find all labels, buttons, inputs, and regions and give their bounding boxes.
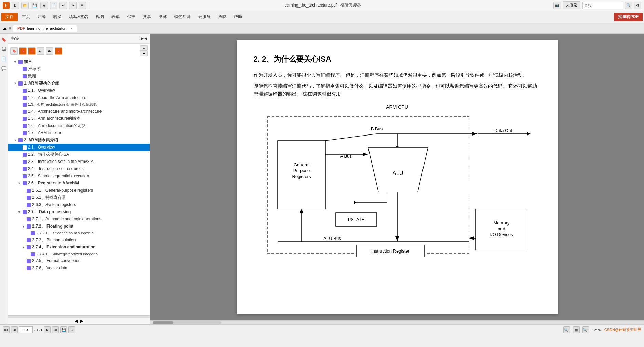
new-button[interactable]: 🗋	[12, 2, 19, 9]
thumbnails-button[interactable]: ▦	[573, 326, 580, 333]
zoom-in-button[interactable]: 🔍+	[582, 326, 589, 333]
menu-present[interactable]: 放映	[215, 13, 230, 21]
tree-item-recommend[interactable]: 推荐序	[8, 65, 150, 73]
menu-browse[interactable]: 浏览	[155, 13, 170, 21]
save-page-button[interactable]: 💾	[60, 326, 67, 333]
tree-item-2-2[interactable]: 2.2、为什么要关心ISA	[8, 151, 150, 158]
print-button[interactable]: 🖨	[40, 2, 48, 9]
menu-features[interactable]: 特色功能	[171, 13, 194, 21]
tree-item-thanks[interactable]: 致谢	[8, 73, 150, 80]
undo-button[interactable]: ↩	[59, 2, 67, 9]
menu-help[interactable]: 帮助	[230, 13, 245, 21]
bookmark-color-button[interactable]: 🔖	[19, 47, 27, 55]
horizontal-scrollbar[interactable]	[150, 320, 644, 324]
tree-item-2-6[interactable]: ▼ 2.6、Registers in AArch64	[8, 180, 150, 187]
pen-button[interactable]: ✏	[79, 2, 86, 9]
prev-page-button[interactable]: ◀	[11, 326, 18, 333]
menu-fill-sign[interactable]: 填写&签名	[66, 13, 92, 21]
menu-protect[interactable]: 保护	[124, 13, 139, 21]
bookmark-icon	[27, 196, 31, 200]
save-button[interactable]: 💾	[31, 2, 38, 9]
tree-item-1-3[interactable]: 1.3、架构(architecture)到底是什么意思呢	[8, 101, 150, 108]
bookmark-sidebar-icon[interactable]: 🔖	[1, 36, 8, 43]
login-button[interactable]: 未登录	[563, 1, 580, 9]
tree-item-2-6-3[interactable]: 2.6.3、System registers	[8, 201, 150, 208]
print-page-button[interactable]: 🖨	[68, 326, 75, 333]
tree-item-preface[interactable]: ▼ 前言	[8, 58, 150, 65]
tree-item-2-6-2[interactable]: 2.6.2、特殊寄存器	[8, 194, 150, 201]
menu-annotate[interactable]: 注释	[34, 13, 49, 21]
batch-pdf-button[interactable]: 批量转PDF	[614, 13, 643, 21]
last-page-button[interactable]: ⏭	[52, 326, 59, 333]
expand-2-7-2-icon[interactable]: ▼	[22, 225, 25, 228]
tree-item-2-4[interactable]: 2.4、 Instruction set resources	[8, 165, 150, 172]
tab-close-button[interactable]: ×	[70, 27, 72, 30]
bookmark-add-button[interactable]: 🔖	[10, 47, 18, 55]
tree-item-ch2[interactable]: ▼ 2. ARM指令集介绍	[8, 137, 150, 144]
page-number-input[interactable]	[19, 326, 33, 333]
expand-icon[interactable]: ▼	[14, 60, 17, 64]
tree-item-2-7-4-1[interactable]: 2.7.4.1、Sub-register-sized integer o	[8, 251, 150, 257]
tree-item-2-3[interactable]: 2.3、Instruction sets in the Armv8-A	[8, 158, 150, 165]
first-page-button[interactable]: ⏮	[3, 326, 10, 333]
expand-2-7-icon[interactable]: ▼	[18, 210, 21, 214]
expand-2-6-icon[interactable]: ▼	[18, 182, 21, 185]
tree-item-2-5[interactable]: 2.5、Simple sequential execution	[8, 172, 150, 180]
tree-item-1-2[interactable]: 1.2、About the Arm architecture	[8, 94, 150, 101]
cloud-sync-button[interactable]: ☁	[3, 26, 7, 31]
next-page-button[interactable]: ▶	[44, 326, 51, 333]
menu-form[interactable]: 表单	[108, 13, 123, 21]
open-button[interactable]: 📂	[21, 2, 29, 9]
expand-ch1-icon[interactable]: ▼	[14, 82, 17, 85]
tree-item-1-5[interactable]: 1.5、Arm architecture的版本	[8, 115, 150, 122]
tree-item-2-7[interactable]: ▼ 2.7、 Data processing	[8, 208, 150, 216]
tree-item-2-1[interactable]: 2.1、Overview	[8, 144, 150, 151]
settings-button[interactable]: ⚙	[634, 2, 641, 9]
menu-home[interactable]: 主页	[18, 13, 33, 21]
thumbnail-sidebar-icon[interactable]: 🖼	[1, 46, 8, 53]
tree-item-2-7-1[interactable]: 2.7.1、Arithmetic and logic operations	[8, 216, 150, 223]
bookmark-style-button[interactable]: 🔖	[28, 47, 36, 55]
search-button[interactable]: 🔍	[625, 2, 632, 9]
layers-sidebar-icon[interactable]: 📄	[1, 55, 8, 62]
redo-button[interactable]: ↪	[69, 2, 77, 9]
scan-button[interactable]: 📄	[50, 2, 57, 9]
panel-prev-button[interactable]: ◀	[75, 319, 78, 323]
arm-diagram-container: General Purpose Registers B Bus Data Out	[254, 113, 541, 260]
expand-panel-button[interactable]: ▶	[141, 36, 144, 41]
tree-item-2-7-2-1[interactable]: 2.7.2.1、Is floating point support o	[8, 230, 150, 236]
pdf-tab[interactable]: PDF learning_the_architetur... ×	[13, 25, 77, 32]
pdf-scroll-area[interactable]: 2. 2、为什么要关心ISA 作为开发人员，你可能很少去写汇编程序。 但是，汇编…	[150, 34, 644, 320]
zoom-out-button[interactable]: 🔍-	[563, 326, 570, 333]
collapse-panel-button[interactable]: ◀	[144, 36, 147, 41]
tree-item-2-6-1[interactable]: 2.6.1、General-purpose registers	[8, 187, 150, 194]
expand-ch2-icon[interactable]: ▼	[14, 139, 17, 142]
menu-convert[interactable]: 转换	[50, 13, 65, 21]
tree-item-1-4[interactable]: 1.4、Architecture and micro-architecture	[8, 108, 150, 115]
font-increase-button[interactable]: A+	[37, 47, 44, 55]
scrollbar-thumb[interactable]	[153, 321, 173, 324]
menu-cloud[interactable]: 云服务	[195, 13, 214, 21]
screenshot-button[interactable]: 📷	[553, 2, 561, 9]
tree-item-1-6[interactable]: 1.6、Arm documentation的定义	[8, 122, 150, 129]
scroll-down-button[interactable]: ▼	[140, 51, 148, 56]
font-decrease-button[interactable]: A-	[46, 47, 53, 55]
tree-item-2-7-3[interactable]: 2.7.3、 Bit manipulation	[8, 236, 150, 244]
tree-item-ch1[interactable]: ▼ 1. ARM 架构的介绍	[8, 80, 150, 87]
tree-item-2-7-2[interactable]: ▼ 2.7.2、 Floating point	[8, 223, 150, 230]
scroll-up-button[interactable]: ▲	[140, 45, 148, 51]
menu-view[interactable]: 视图	[92, 13, 107, 21]
menu-file[interactable]: 文件	[1, 13, 18, 21]
comment-sidebar-icon[interactable]: 💬	[1, 65, 8, 72]
tree-item-2-7-5[interactable]: 2.7.5、 Format conversion	[8, 257, 150, 265]
download-button[interactable]: ⬇	[8, 26, 12, 31]
search-input[interactable]	[582, 2, 623, 9]
tree-item-2-7-4[interactable]: ▼ 2.7.4、 Extension and saturation	[8, 244, 150, 251]
tree-item-1-7[interactable]: 1.7、ARM timeline	[8, 129, 150, 137]
bookmark-settings-button[interactable]: 🔖	[55, 47, 62, 55]
expand-2-7-4-icon[interactable]: ▼	[22, 246, 25, 249]
tree-item-2-7-6[interactable]: 2.7.6、 Vector data	[8, 265, 150, 272]
tree-item-1-1[interactable]: 1.1、Overview	[8, 87, 150, 94]
menu-share[interactable]: 共享	[139, 13, 155, 21]
panel-next-button[interactable]: ▶	[80, 319, 83, 323]
